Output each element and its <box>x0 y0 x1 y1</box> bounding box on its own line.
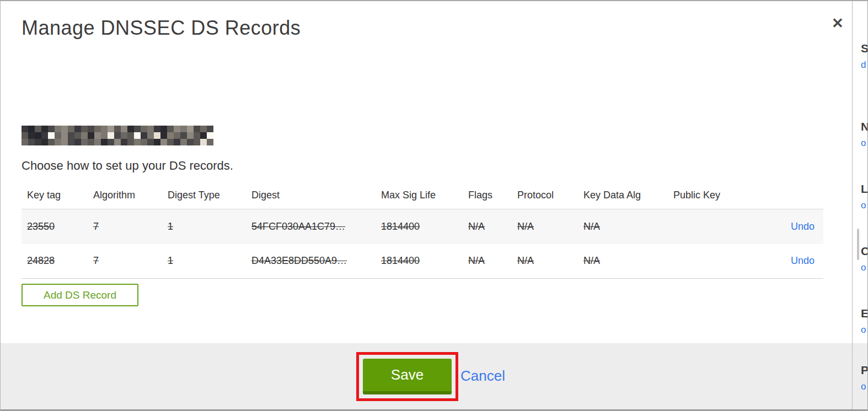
undo-link[interactable]: Undo <box>791 255 815 266</box>
cell-digest: D4A33E8DD550A9… <box>246 244 376 279</box>
background-page-strip: S d N o L o C o E o P o <box>853 1 867 409</box>
header-actions <box>748 183 823 209</box>
ds-records-table: Key tag Algorithm Digest Type Digest Max… <box>22 183 823 279</box>
background-text-fragment: P <box>861 364 867 377</box>
cell-key-tag: 24828 <box>22 244 88 279</box>
modal-border <box>852 1 853 409</box>
background-text-fragment: E <box>861 307 867 320</box>
cancel-link[interactable]: Cancel <box>460 367 505 385</box>
header-key-tag: Key tag <box>22 183 88 209</box>
background-link-fragment: o <box>861 200 866 211</box>
modal-footer: Save Cancel <box>1 343 867 409</box>
close-icon[interactable]: ✕ <box>828 13 848 33</box>
table-row: 23550 7 1 54FCF030AA1C79… 1814400 N/A N/… <box>22 209 823 244</box>
dnssec-modal-screen: Manage DNSSEC DS Records ✕ Choose how to… <box>0 0 868 411</box>
save-button[interactable]: Save <box>363 359 452 394</box>
cell-key-data-alg: N/A <box>578 244 668 279</box>
manage-dnssec-modal: Manage DNSSEC DS Records ✕ Choose how to… <box>1 1 852 343</box>
header-flags: Flags <box>463 183 512 209</box>
background-link-fragment: o <box>861 381 866 392</box>
header-protocol: Protocol <box>512 183 578 209</box>
redacted-domain-name <box>22 126 213 145</box>
cell-max-sig-life: 1814400 <box>376 209 463 244</box>
cell-public-key <box>668 209 748 244</box>
background-link-fragment: o <box>861 138 866 149</box>
cell-key-data-alg: N/A <box>578 209 668 244</box>
cell-protocol: N/A <box>512 244 578 279</box>
background-text-fragment: N <box>861 120 867 133</box>
cell-digest-type: 1 <box>162 244 246 279</box>
table-header-row: Key tag Algorithm Digest Type Digest Max… <box>22 183 823 209</box>
background-link-fragment: o <box>861 262 866 273</box>
cell-algorithm: 7 <box>88 244 162 279</box>
cell-digest: 54FCF030AA1C79… <box>246 209 376 244</box>
undo-link[interactable]: Undo <box>791 221 815 232</box>
background-text-fragment: S <box>861 42 867 55</box>
cell-algorithm: 7 <box>88 209 162 244</box>
page-title: Manage DNSSEC DS Records <box>22 17 301 40</box>
header-max-sig-life: Max Sig Life <box>376 183 463 209</box>
background-text-fragment: C <box>861 245 867 258</box>
cell-flags: N/A <box>463 209 512 244</box>
background-link-fragment: o <box>861 325 866 336</box>
cell-protocol: N/A <box>512 209 578 244</box>
background-link-fragment: d <box>861 60 866 71</box>
background-scrollbar-thumb <box>857 229 859 260</box>
cell-flags: N/A <box>463 244 512 279</box>
cell-key-tag: 23550 <box>22 209 88 244</box>
header-algorithm: Algorithm <box>88 183 162 209</box>
cell-digest-type: 1 <box>162 209 246 244</box>
header-digest-type: Digest Type <box>162 183 246 209</box>
add-ds-record-button[interactable]: Add DS Record <box>22 284 138 306</box>
header-public-key: Public Key <box>668 183 748 209</box>
background-text-fragment: L <box>861 182 867 196</box>
table-row: 24828 7 1 D4A33E8DD550A9… 1814400 N/A N/… <box>22 244 823 279</box>
cell-max-sig-life: 1814400 <box>376 244 463 279</box>
instruction-text: Choose how to set up your DS records. <box>22 159 233 173</box>
cell-public-key <box>668 244 748 279</box>
header-key-data-alg: Key Data Alg <box>578 183 668 209</box>
header-digest: Digest <box>246 183 376 209</box>
click-target-annotation: Save <box>356 352 458 401</box>
